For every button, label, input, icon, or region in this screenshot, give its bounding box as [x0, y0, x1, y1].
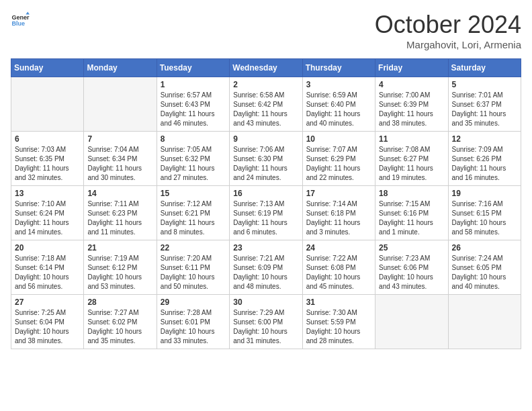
month-title: October 2024 [375, 11, 521, 39]
day-number: 24 [306, 243, 371, 253]
cell-content: Sunrise: 7:25 AM Sunset: 6:04 PM Dayligh… [15, 308, 80, 346]
day-number: 19 [452, 189, 517, 198]
calendar-cell: 28Sunrise: 7:27 AM Sunset: 6:02 PM Dayli… [84, 295, 157, 349]
day-number: 23 [233, 243, 298, 253]
cell-content: Sunrise: 7:07 AM Sunset: 6:29 PM Dayligh… [306, 145, 371, 183]
cell-content: Sunrise: 6:59 AM Sunset: 6:40 PM Dayligh… [306, 91, 371, 128]
cell-content: Sunrise: 7:28 AM Sunset: 6:01 PM Dayligh… [161, 308, 226, 346]
calendar-cell: 8Sunrise: 7:05 AM Sunset: 6:32 PM Daylig… [157, 132, 229, 186]
day-number: 9 [233, 134, 298, 144]
day-header-thursday: Thursday [302, 59, 375, 77]
title-block: October 2024 Margahovit, Lori, Armenia [375, 11, 521, 50]
cell-content: Sunrise: 7:30 AM Sunset: 5:59 PM Dayligh… [306, 308, 371, 346]
week-row-2: 6Sunrise: 7:03 AM Sunset: 6:35 PM Daylig… [11, 132, 521, 186]
calendar-cell: 31Sunrise: 7:30 AM Sunset: 5:59 PM Dayli… [302, 295, 375, 349]
day-header-monday: Monday [84, 59, 157, 77]
day-number: 18 [379, 189, 444, 198]
cell-content: Sunrise: 7:29 AM Sunset: 6:00 PM Dayligh… [233, 308, 298, 346]
header-row: SundayMondayTuesdayWednesdayThursdayFrid… [11, 59, 521, 77]
cell-content: Sunrise: 6:57 AM Sunset: 6:43 PM Dayligh… [161, 91, 226, 128]
calendar-cell [84, 77, 157, 132]
day-number: 20 [15, 243, 80, 253]
calendar-cell: 22Sunrise: 7:20 AM Sunset: 6:11 PM Dayli… [157, 240, 229, 295]
cell-content: Sunrise: 7:12 AM Sunset: 6:21 PM Dayligh… [161, 199, 226, 237]
cell-content: Sunrise: 7:10 AM Sunset: 6:24 PM Dayligh… [15, 199, 80, 237]
day-number: 15 [161, 189, 226, 198]
cell-content: Sunrise: 7:22 AM Sunset: 6:08 PM Dayligh… [306, 254, 371, 291]
calendar-cell: 20Sunrise: 7:18 AM Sunset: 6:14 PM Dayli… [11, 240, 84, 295]
calendar-cell: 14Sunrise: 7:11 AM Sunset: 6:23 PM Dayli… [84, 186, 157, 240]
calendar-cell: 10Sunrise: 7:07 AM Sunset: 6:29 PM Dayli… [302, 132, 375, 186]
cell-content: Sunrise: 7:04 AM Sunset: 6:34 PM Dayligh… [87, 145, 152, 183]
calendar-table: SundayMondayTuesdayWednesdayThursdayFrid… [11, 58, 521, 349]
calendar-cell [448, 295, 521, 349]
calendar-cell: 9Sunrise: 7:06 AM Sunset: 6:30 PM Daylig… [230, 132, 302, 186]
cell-content: Sunrise: 7:20 AM Sunset: 6:11 PM Dayligh… [161, 254, 226, 291]
cell-content: Sunrise: 7:13 AM Sunset: 6:19 PM Dayligh… [233, 199, 298, 237]
day-header-friday: Friday [375, 59, 448, 77]
cell-content: Sunrise: 7:23 AM Sunset: 6:06 PM Dayligh… [379, 254, 444, 291]
calendar-cell: 2Sunrise: 6:58 AM Sunset: 6:42 PM Daylig… [230, 77, 302, 132]
cell-content: Sunrise: 7:19 AM Sunset: 6:12 PM Dayligh… [87, 254, 152, 291]
day-header-wednesday: Wednesday [230, 59, 302, 77]
logo-icon: General Blue [11, 11, 30, 30]
svg-marker-2 [26, 11, 30, 14]
cell-content: Sunrise: 7:24 AM Sunset: 6:05 PM Dayligh… [452, 254, 517, 291]
cell-content: Sunrise: 7:06 AM Sunset: 6:30 PM Dayligh… [233, 145, 298, 183]
day-number: 7 [87, 134, 152, 144]
week-row-5: 27Sunrise: 7:25 AM Sunset: 6:04 PM Dayli… [11, 295, 521, 349]
calendar-cell [375, 295, 448, 349]
page-header: General Blue October 2024 Margahovit, Lo… [11, 11, 521, 50]
calendar-cell: 13Sunrise: 7:10 AM Sunset: 6:24 PM Dayli… [11, 186, 84, 240]
cell-content: Sunrise: 7:16 AM Sunset: 6:15 PM Dayligh… [452, 199, 517, 237]
day-number: 5 [452, 80, 517, 89]
day-number: 21 [87, 243, 152, 253]
day-number: 26 [452, 243, 517, 253]
location-subtitle: Margahovit, Lori, Armenia [375, 39, 521, 50]
cell-content: Sunrise: 7:14 AM Sunset: 6:18 PM Dayligh… [306, 199, 371, 237]
cell-content: Sunrise: 7:05 AM Sunset: 6:32 PM Dayligh… [161, 145, 226, 183]
day-number: 27 [15, 298, 80, 307]
cell-content: Sunrise: 7:09 AM Sunset: 6:26 PM Dayligh… [452, 145, 517, 183]
calendar-cell: 17Sunrise: 7:14 AM Sunset: 6:18 PM Dayli… [302, 186, 375, 240]
cell-content: Sunrise: 6:58 AM Sunset: 6:42 PM Dayligh… [233, 91, 298, 128]
calendar-cell: 3Sunrise: 6:59 AM Sunset: 6:40 PM Daylig… [302, 77, 375, 132]
day-number: 31 [306, 298, 371, 307]
cell-content: Sunrise: 7:00 AM Sunset: 6:39 PM Dayligh… [379, 91, 444, 128]
cell-content: Sunrise: 7:03 AM Sunset: 6:35 PM Dayligh… [15, 145, 80, 183]
calendar-cell: 15Sunrise: 7:12 AM Sunset: 6:21 PM Dayli… [157, 186, 229, 240]
day-number: 1 [161, 80, 226, 89]
calendar-cell: 26Sunrise: 7:24 AM Sunset: 6:05 PM Dayli… [448, 240, 521, 295]
calendar-cell: 11Sunrise: 7:08 AM Sunset: 6:27 PM Dayli… [375, 132, 448, 186]
svg-text:Blue: Blue [11, 20, 25, 27]
calendar-cell: 24Sunrise: 7:22 AM Sunset: 6:08 PM Dayli… [302, 240, 375, 295]
calendar-cell: 27Sunrise: 7:25 AM Sunset: 6:04 PM Dayli… [11, 295, 84, 349]
day-number: 12 [452, 134, 517, 144]
calendar-cell: 7Sunrise: 7:04 AM Sunset: 6:34 PM Daylig… [84, 132, 157, 186]
day-number: 11 [379, 134, 444, 144]
day-number: 3 [306, 80, 371, 89]
calendar-cell: 25Sunrise: 7:23 AM Sunset: 6:06 PM Dayli… [375, 240, 448, 295]
day-number: 25 [379, 243, 444, 253]
day-number: 13 [15, 189, 80, 198]
calendar-cell: 21Sunrise: 7:19 AM Sunset: 6:12 PM Dayli… [84, 240, 157, 295]
cell-content: Sunrise: 7:18 AM Sunset: 6:14 PM Dayligh… [15, 254, 80, 291]
calendar-cell: 12Sunrise: 7:09 AM Sunset: 6:26 PM Dayli… [448, 132, 521, 186]
day-number: 16 [233, 189, 298, 198]
svg-text:General: General [11, 14, 30, 21]
calendar-cell: 23Sunrise: 7:21 AM Sunset: 6:09 PM Dayli… [230, 240, 302, 295]
cell-content: Sunrise: 7:27 AM Sunset: 6:02 PM Dayligh… [87, 308, 152, 346]
logo: General Blue [11, 11, 30, 30]
day-header-sunday: Sunday [11, 59, 84, 77]
day-number: 6 [15, 134, 80, 144]
day-number: 14 [87, 189, 152, 198]
day-number: 2 [233, 80, 298, 89]
week-row-1: 1Sunrise: 6:57 AM Sunset: 6:43 PM Daylig… [11, 77, 521, 132]
calendar-cell [11, 77, 84, 132]
cell-content: Sunrise: 7:11 AM Sunset: 6:23 PM Dayligh… [87, 199, 152, 237]
day-header-saturday: Saturday [448, 59, 521, 77]
calendar-cell: 1Sunrise: 6:57 AM Sunset: 6:43 PM Daylig… [157, 77, 229, 132]
calendar-cell: 6Sunrise: 7:03 AM Sunset: 6:35 PM Daylig… [11, 132, 84, 186]
calendar-cell: 19Sunrise: 7:16 AM Sunset: 6:15 PM Dayli… [448, 186, 521, 240]
day-number: 30 [233, 298, 298, 307]
